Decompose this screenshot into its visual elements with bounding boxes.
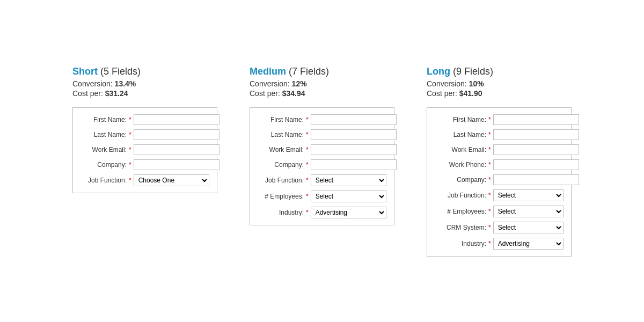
medium-field-row-6: Industry:*Advertising <box>258 207 386 218</box>
medium-input-1[interactable] <box>311 129 397 140</box>
short-field-label-0: First Name: <box>80 116 129 123</box>
medium-title-plain: Medium <box>250 66 289 77</box>
medium-required-star-3: * <box>306 161 309 169</box>
long-field-label-8: Industry: <box>435 240 488 247</box>
medium-field-label-6: Industry: <box>258 209 306 216</box>
medium-required-star-5: * <box>306 193 309 200</box>
long-conversion-value: 10% <box>469 79 484 88</box>
short-field-label-4: Job Function: <box>80 177 129 184</box>
long-title-highlight: (9 Fields) <box>453 66 493 77</box>
short-form-box: First Name:*Last Name:*Work Email:*Compa… <box>72 107 217 193</box>
short-title: Short (5 Fields) <box>72 66 141 77</box>
medium-field-row-5: # Employees:*Select <box>258 191 386 202</box>
short-input-3[interactable] <box>134 159 219 170</box>
short-cost: Cost per: $31.24 <box>72 89 128 98</box>
long-field-row-8: Industry:*Advertising <box>435 238 564 250</box>
short-required-star-2: * <box>129 146 131 153</box>
short-required-star-3: * <box>129 161 131 169</box>
long-input-3[interactable] <box>493 159 579 170</box>
short-title-highlight: (5 Fields) <box>100 66 141 77</box>
long-cost: Cost per: $41.90 <box>427 89 482 98</box>
long-field-label-5: Job Function: <box>435 192 488 199</box>
long-required-star-5: * <box>488 192 491 199</box>
short-input-2[interactable] <box>134 144 219 155</box>
long-field-label-3: Work Phone: <box>435 161 488 169</box>
medium-field-row-1: Last Name:* <box>258 129 386 140</box>
medium-field-row-2: Work Email:* <box>258 144 386 155</box>
short-input-0[interactable] <box>134 114 219 125</box>
short-cost-value: $31.24 <box>105 89 128 98</box>
short-field-row-0: First Name:* <box>80 114 209 125</box>
short-field-label-2: Work Email: <box>80 146 129 153</box>
medium-title-highlight: (7 Fields) <box>289 66 329 77</box>
medium-field-label-0: First Name: <box>258 116 306 123</box>
medium-select-5[interactable]: Select <box>311 191 386 202</box>
long-field-label-2: Work Email: <box>435 146 488 153</box>
medium-title: Medium (7 Fields) <box>250 66 329 77</box>
long-required-star-6: * <box>488 208 491 215</box>
long-title: Long (9 Fields) <box>427 66 493 77</box>
page-wrapper: Short (5 Fields)Conversion: 13.4%Cost pe… <box>51 45 593 278</box>
medium-required-star-4: * <box>306 177 309 184</box>
medium-field-row-0: First Name:* <box>258 114 386 125</box>
medium-cost-value: $34.94 <box>282 89 305 98</box>
medium-input-3[interactable] <box>311 159 397 170</box>
short-field-row-1: Last Name:* <box>80 129 209 140</box>
short-title-plain: Short <box>72 66 100 77</box>
long-field-row-7: CRM System:*Select <box>435 222 564 233</box>
long-input-4[interactable] <box>493 174 579 185</box>
short-conversion-value: 13.4% <box>115 79 136 88</box>
short-field-row-4: Job Function:*Choose One <box>80 174 209 186</box>
long-field-row-4: Company:* <box>435 174 564 185</box>
medium-required-star-6: * <box>306 209 309 216</box>
short-field-row-2: Work Email:* <box>80 144 209 155</box>
long-field-label-6: # Employees: <box>435 208 488 215</box>
form-column-short: Short (5 Fields)Conversion: 13.4%Cost pe… <box>72 66 217 193</box>
medium-input-0[interactable] <box>311 114 397 125</box>
short-input-1[interactable] <box>134 129 219 140</box>
long-field-label-7: CRM System: <box>435 224 488 231</box>
medium-required-star-1: * <box>306 131 309 138</box>
long-select-7[interactable]: Select <box>493 222 564 233</box>
medium-field-label-2: Work Email: <box>258 146 306 153</box>
medium-field-label-5: # Employees: <box>258 193 306 200</box>
long-field-label-1: Last Name: <box>435 131 488 138</box>
long-title-plain: Long <box>427 66 453 77</box>
short-required-star-4: * <box>129 177 131 184</box>
long-conversion: Conversion: 10% <box>427 79 484 88</box>
short-required-star-1: * <box>129 131 131 138</box>
medium-required-star-2: * <box>306 146 309 153</box>
long-field-label-4: Company: <box>435 176 488 184</box>
long-select-5[interactable]: Select <box>493 189 564 201</box>
medium-required-star-0: * <box>306 116 309 123</box>
long-field-row-6: # Employees:*Select <box>435 206 564 217</box>
medium-select-6[interactable]: Advertising <box>311 207 386 218</box>
long-input-2[interactable] <box>493 144 579 155</box>
medium-form-box: First Name:*Last Name:*Work Email:*Compa… <box>250 107 394 225</box>
long-input-0[interactable] <box>493 114 579 125</box>
short-select-4[interactable]: Choose One <box>134 174 209 186</box>
medium-input-2[interactable] <box>311 144 397 155</box>
long-required-star-2: * <box>488 146 491 153</box>
long-cost-value: $41.90 <box>459 89 482 98</box>
long-required-star-3: * <box>488 161 491 169</box>
long-field-row-1: Last Name:* <box>435 129 564 140</box>
medium-field-row-3: Company:* <box>258 159 386 170</box>
long-field-label-0: First Name: <box>435 116 488 123</box>
medium-field-row-4: Job Function:*Select <box>258 174 386 186</box>
long-field-row-0: First Name:* <box>435 114 564 125</box>
short-required-star-0: * <box>129 116 131 123</box>
long-field-row-5: Job Function:*Select <box>435 189 564 201</box>
long-input-1[interactable] <box>493 129 579 140</box>
long-form-box: First Name:*Last Name:*Work Email:*Work … <box>427 107 572 257</box>
long-required-star-4: * <box>488 176 491 184</box>
long-field-row-2: Work Email:* <box>435 144 564 155</box>
long-required-star-1: * <box>488 131 491 138</box>
medium-select-4[interactable]: Select <box>311 174 386 186</box>
medium-conversion-value: 12% <box>292 79 307 88</box>
long-required-star-7: * <box>488 224 491 231</box>
long-select-8[interactable]: Advertising <box>493 238 564 250</box>
medium-field-label-3: Company: <box>258 161 306 169</box>
long-select-6[interactable]: Select <box>493 206 564 217</box>
short-field-label-3: Company: <box>80 161 129 169</box>
